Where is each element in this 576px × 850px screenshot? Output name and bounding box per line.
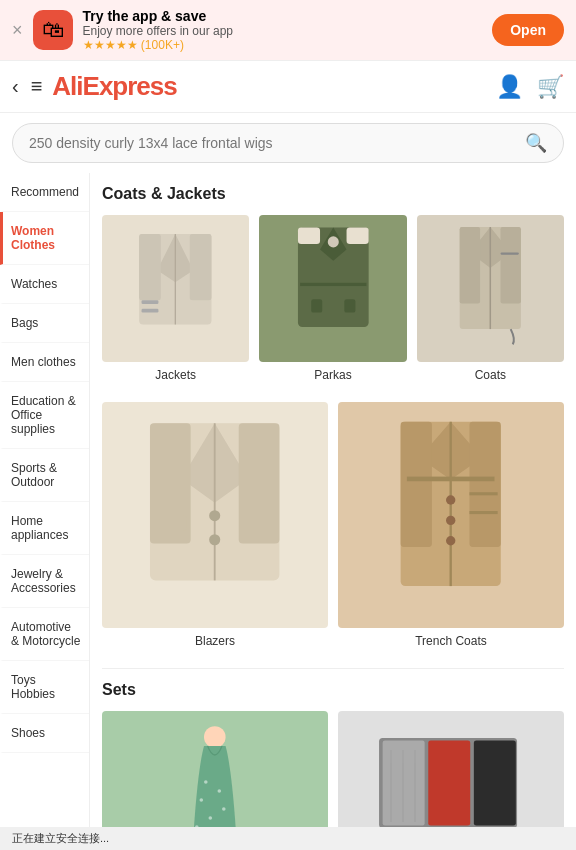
section-title-coats: Coats & Jackets [102, 185, 564, 203]
menu-button[interactable]: ≡ [31, 75, 43, 98]
svg-rect-4 [142, 301, 159, 305]
open-app-button[interactable]: Open [492, 14, 564, 46]
banner-text: Try the app & save Enjoy more offers in … [83, 8, 483, 52]
svg-rect-12 [300, 283, 366, 286]
svg-point-42 [218, 789, 222, 793]
svg-rect-8 [298, 228, 320, 245]
sidebar: Recommend Women Clothes Watches Bags Men… [0, 173, 90, 843]
trench-coats-label: Trench Coats [415, 634, 487, 648]
svg-point-27 [209, 534, 220, 545]
coats-jackets-grid: Jackets Parkas [102, 215, 564, 382]
section-title-sets: Sets [102, 681, 564, 699]
review-count: (100K+) [141, 38, 184, 52]
sidebar-item-women-clothes[interactable]: Women Clothes [0, 212, 89, 265]
sidebar-item-home[interactable]: Home appliances [0, 502, 89, 555]
svg-rect-39 [470, 511, 498, 514]
svg-point-26 [209, 510, 220, 521]
account-icon[interactable]: 👤 [496, 74, 523, 100]
svg-rect-31 [401, 421, 432, 546]
svg-rect-5 [142, 309, 159, 313]
list-item[interactable]: Skirt Sets [338, 711, 564, 843]
header-icons: 👤 🛒 [496, 74, 564, 100]
list-item[interactable]: dress [102, 711, 328, 843]
sidebar-item-education[interactable]: Education & Office supplies [0, 382, 89, 449]
sidebar-item-recommend[interactable]: Recommend [0, 173, 89, 212]
jackets-label: Jackets [155, 368, 196, 382]
svg-rect-50 [428, 741, 470, 826]
svg-point-45 [209, 816, 213, 820]
skirt-sets-image [338, 711, 564, 843]
svg-point-37 [446, 536, 455, 545]
list-item[interactable]: Trench Coats [338, 402, 564, 648]
svg-point-11 [327, 237, 338, 248]
blazers-trench-grid: Blazers [102, 402, 564, 648]
sidebar-item-automotive[interactable]: Automotive & Motorcycle [0, 608, 89, 661]
sets-grid: dress Skirt S [102, 711, 564, 843]
svg-point-44 [222, 807, 226, 811]
app-icon: 🛍 [33, 10, 73, 50]
back-button[interactable]: ‹ [12, 75, 19, 98]
svg-point-36 [446, 515, 455, 524]
svg-rect-2 [139, 234, 161, 300]
sidebar-item-jewelry[interactable]: Jewelry & Accessories [0, 555, 89, 608]
list-item[interactable]: Blazers [102, 402, 328, 648]
app-banner: × 🛍 Try the app & save Enjoy more offers… [0, 0, 576, 61]
blazers-label: Blazers [195, 634, 235, 648]
svg-rect-17 [460, 227, 480, 303]
coats-image [417, 215, 564, 362]
header: ‹ ≡ AliExpress 👤 🛒 [0, 61, 576, 113]
svg-rect-20 [501, 253, 519, 255]
parkas-image [259, 215, 406, 362]
jackets-image [102, 215, 249, 362]
trench-coats-image [338, 402, 564, 628]
sidebar-item-toys[interactable]: Toys Hobbies [0, 661, 89, 714]
parkas-label: Parkas [314, 368, 351, 382]
sidebar-item-bags[interactable]: Bags [0, 304, 89, 343]
banner-subtitle: Enjoy more offers in our app [83, 24, 483, 38]
content: Coats & Jackets Jackets [90, 173, 576, 843]
logo-text: AliExpress [52, 71, 176, 102]
svg-rect-51 [474, 741, 516, 826]
search-bar[interactable]: 🔍 [12, 123, 564, 163]
svg-rect-13 [311, 300, 322, 313]
svg-point-35 [446, 495, 455, 504]
sidebar-item-watches[interactable]: Watches [0, 265, 89, 304]
svg-rect-9 [346, 228, 368, 245]
search-icon[interactable]: 🔍 [525, 132, 547, 154]
status-text: 正在建立安全连接... [12, 832, 109, 843]
banner-close-button[interactable]: × [12, 20, 23, 41]
svg-point-43 [200, 798, 204, 802]
main-layout: Recommend Women Clothes Watches Bags Men… [0, 173, 576, 843]
sidebar-item-men-clothes[interactable]: Men clothes [0, 343, 89, 382]
banner-title: Try the app & save [83, 8, 483, 24]
svg-rect-14 [344, 300, 355, 313]
logo: AliExpress [52, 71, 486, 102]
sidebar-item-shoes[interactable]: Shoes [0, 714, 89, 753]
svg-rect-34 [407, 476, 495, 481]
cart-icon[interactable]: 🛒 [537, 74, 564, 100]
svg-rect-24 [239, 423, 280, 543]
coats-label: Coats [475, 368, 506, 382]
banner-stars: ★★★★★ (100K+) [83, 38, 483, 52]
search-input[interactable] [29, 135, 517, 151]
svg-rect-32 [470, 421, 501, 546]
stars: ★★★★★ [83, 38, 138, 52]
svg-point-41 [204, 780, 208, 784]
dress-image [102, 711, 328, 843]
svg-rect-18 [501, 227, 521, 303]
sidebar-item-sports[interactable]: Sports & Outdoor [0, 449, 89, 502]
svg-point-40 [204, 726, 226, 748]
list-item[interactable]: Jackets [102, 215, 249, 382]
svg-rect-28 [160, 515, 188, 530]
list-item[interactable]: Coats [417, 215, 564, 382]
svg-rect-38 [470, 492, 498, 495]
status-bar: 正在建立安全连接... [0, 827, 576, 843]
list-item[interactable]: Parkas [259, 215, 406, 382]
svg-rect-3 [190, 234, 212, 300]
blazers-image [102, 402, 328, 628]
svg-rect-49 [383, 741, 425, 826]
